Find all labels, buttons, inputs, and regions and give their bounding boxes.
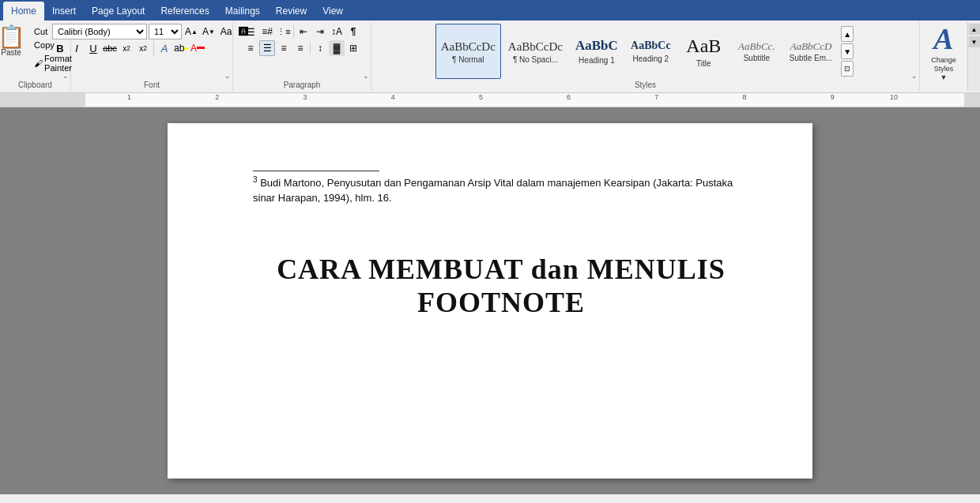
ribbon-tabs: Home Insert Page Layout References Maili…	[0, 0, 980, 21]
change-styles-label: ChangeStyles	[931, 56, 956, 73]
ruler-tick-3: 3	[303, 93, 307, 101]
ruler-tick-5: 5	[479, 93, 483, 101]
styles-expand-icon[interactable]: ⌄	[911, 72, 918, 80]
styles-group-label: Styles	[375, 79, 916, 89]
paragraph-group: ☰ ≡# ⋮≡ ⇤ ⇥ ↕A ¶ ≡ ☰ ≡ ≡ ↕ ▓ ⊞ Paragraph…	[233, 22, 371, 91]
shading-button[interactable]: ▓	[329, 40, 345, 56]
ribbon-scroll-up-arrow[interactable]: ▲	[969, 24, 980, 35]
style-heading1-label: Heading 1	[579, 56, 615, 65]
styles-items-container: AaBbCcDc ¶ Normal AaBbCcDc ¶ No Spaci...…	[435, 24, 856, 79]
font-group-label: Font	[74, 79, 229, 89]
subscript-button[interactable]: x2	[119, 40, 134, 56]
style-heading2[interactable]: AaBbCc Heading 2	[625, 24, 677, 79]
paste-label: Paste	[1, 48, 21, 57]
clipboard-group-label: Clipboard	[3, 79, 67, 89]
change-case-button[interactable]: Aа	[218, 24, 234, 39]
font-color-button[interactable]: A	[190, 40, 205, 56]
sort-button[interactable]: ↕A	[329, 24, 345, 39]
font-expand-icon[interactable]: ⌄	[224, 72, 231, 80]
ruler-tick-10: 10	[890, 93, 898, 101]
justify-button[interactable]: ≡	[292, 40, 308, 56]
styles-scroll-up[interactable]: ▲	[841, 26, 854, 42]
ruler-tick-2: 2	[215, 93, 219, 101]
styles-group: AaBbCcDc ¶ Normal AaBbCcDc ¶ No Spaci...…	[371, 22, 920, 91]
style-subtitle-preview: AaBbCc.	[738, 40, 775, 53]
increase-indent-button[interactable]: ⇥	[312, 24, 328, 39]
change-styles-button[interactable]: A ChangeStyles ▼	[922, 24, 966, 79]
footnote-number: 3	[253, 175, 258, 184]
ruler-tick-1: 1	[127, 93, 131, 101]
ruler-tick-9: 9	[831, 93, 835, 101]
footnote-separator	[253, 171, 379, 171]
ruler: 1 2 3 4 5 6 7 8 9 10	[0, 93, 980, 107]
ruler-content-area: 1 2 3 4 5 6 7 8 9 10	[85, 93, 964, 107]
paragraph-row2: ≡ ☰ ≡ ≡ ↕ ▓ ⊞	[243, 40, 361, 56]
style-heading1[interactable]: AaBbC Heading 1	[570, 24, 624, 79]
paragraph-expand-icon[interactable]: ⌄	[363, 72, 369, 80]
ruler-tick-6: 6	[567, 93, 571, 101]
decrease-font-button[interactable]: A▼	[201, 24, 217, 39]
decrease-indent-button[interactable]: ⇤	[296, 24, 311, 39]
bullets-button[interactable]: ☰	[243, 24, 258, 39]
text-highlight-button[interactable]: ab	[173, 40, 189, 56]
align-right-button[interactable]: ≡	[276, 40, 292, 56]
styles-scroll-down[interactable]: ▼	[841, 43, 854, 59]
font-format-row: B I U abc x2 x2 A ab A	[52, 40, 205, 56]
text-effects-button[interactable]: A	[156, 40, 172, 56]
ribbon-scroll-down-arrow[interactable]: ▼	[969, 36, 980, 47]
tab-home[interactable]: Home	[3, 2, 44, 21]
ribbon-scrollbar: ▲ ▼	[967, 22, 980, 91]
style-subtle-em[interactable]: AaBbCcD Subtle Em...	[784, 24, 838, 79]
show-formatting-button[interactable]: ¶	[345, 24, 361, 39]
style-title[interactable]: AaB Title	[678, 24, 729, 79]
style-subtitle-label: Subtitle	[744, 54, 770, 62]
footnote-paragraph: 3 Budi Martono, Penyusutan dan Pengamana…	[253, 175, 749, 205]
style-heading2-label: Heading 2	[633, 54, 669, 63]
font-family-select[interactable]: Calibri (Body)	[52, 24, 147, 39]
style-title-preview: AaB	[686, 35, 721, 58]
increase-font-button[interactable]: A▲	[183, 24, 199, 39]
line-spacing-button[interactable]: ↕	[312, 40, 328, 56]
style-heading1-preview: AaBbC	[575, 38, 618, 54]
styles-scroll-more[interactable]: ⊡	[841, 61, 854, 77]
tab-references[interactable]: References	[153, 2, 217, 21]
change-styles-group: A ChangeStyles ▼	[920, 22, 967, 91]
ruler-tick-7: 7	[654, 93, 658, 101]
tab-review[interactable]: Review	[268, 2, 315, 21]
underline-button[interactable]: U	[85, 40, 101, 56]
align-center-button[interactable]: ☰	[259, 40, 275, 56]
strikethrough-button[interactable]: abc	[102, 40, 118, 56]
ruler-left-margin	[0, 93, 85, 107]
footnote-content: Budi Martono, Penyusutan dan Pengamanan …	[253, 177, 733, 203]
italic-button[interactable]: I	[69, 40, 85, 56]
tab-view[interactable]: View	[315, 2, 351, 21]
style-normal-label: ¶ Normal	[452, 55, 484, 64]
style-no-spacing[interactable]: AaBbCcDc ¶ No Spaci...	[503, 24, 568, 79]
style-title-label: Title	[696, 59, 711, 68]
font-selector-row: Calibri (Body) 11 A▲ A▼ Aа 🅰	[52, 24, 251, 39]
style-subtitle[interactable]: AaBbCc. Subtitle	[731, 24, 782, 79]
bold-button[interactable]: B	[52, 40, 68, 56]
tab-mailings[interactable]: Mailings	[217, 2, 268, 21]
style-no-spacing-label: ¶ No Spaci...	[513, 55, 558, 64]
numbered-list-button[interactable]: ≡#	[259, 24, 275, 39]
tab-insert[interactable]: Insert	[44, 2, 84, 21]
tab-page-layout[interactable]: Page Layout	[84, 2, 153, 21]
font-size-select[interactable]: 11	[149, 24, 182, 39]
multilevel-list-button[interactable]: ⋮≡	[276, 24, 292, 39]
style-subtle-em-preview: AaBbCcD	[790, 40, 832, 53]
ruler-right-margin	[964, 93, 980, 107]
document-page[interactable]: 3 Budi Martono, Penyusutan dan Pengamana…	[168, 123, 812, 479]
superscript-button[interactable]: x2	[135, 40, 151, 56]
style-subtle-em-label: Subtle Em...	[790, 54, 832, 62]
borders-button[interactable]: ⊞	[345, 40, 361, 56]
style-normal-preview: AaBbCcDc	[441, 39, 496, 54]
font-group: Calibri (Body) 11 A▲ A▼ Aа 🅰 B I U abc x…	[71, 22, 233, 91]
style-normal[interactable]: AaBbCcDc ¶ Normal	[435, 24, 501, 79]
ruler-tick-8: 8	[742, 93, 746, 101]
align-left-button[interactable]: ≡	[243, 40, 258, 56]
paste-button[interactable]: 📋 Paste	[0, 24, 28, 59]
change-styles-dropdown-icon: ▼	[940, 73, 948, 81]
paragraph-group-label: Paragraph	[236, 79, 368, 89]
main-heading: CARA MEMBUAT dan MENULIS FOOTNOTE	[253, 253, 749, 319]
